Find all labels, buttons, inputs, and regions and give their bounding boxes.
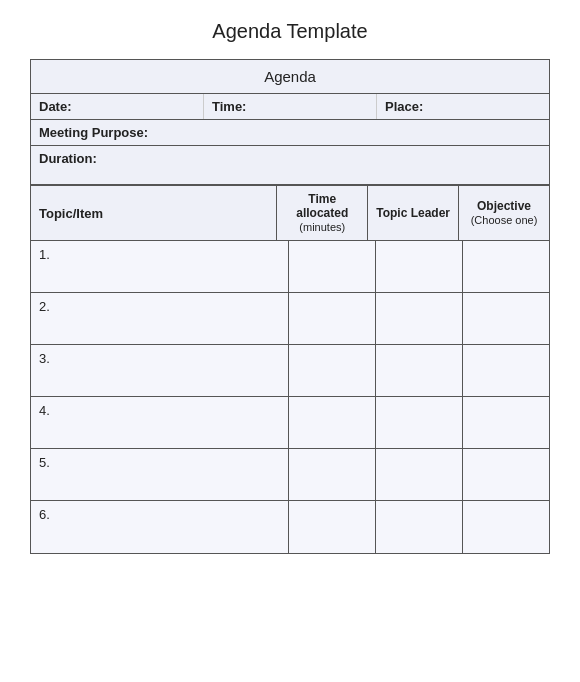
objective-cell-3	[463, 345, 549, 396]
time-cell-4	[289, 397, 376, 448]
leader-cell-5	[376, 449, 463, 500]
topic-cell-6: 6.	[31, 501, 289, 553]
leader-cell-6	[376, 501, 463, 553]
table-row: 6.	[31, 501, 549, 553]
time-cell-3	[289, 345, 376, 396]
grid-header-row: Topic/Item Time allocated (minutes) Topi…	[31, 186, 549, 241]
leader-cell-4	[376, 397, 463, 448]
purpose-label: Meeting Purpose:	[39, 125, 148, 140]
topic-cell-4: 4.	[31, 397, 289, 448]
time-cell-1	[289, 241, 376, 292]
col-header-objective: Objective (Choose one)	[459, 186, 549, 240]
duration-row: Duration:	[31, 146, 549, 186]
table-row: 1.	[31, 241, 549, 293]
page: Agenda Template Agenda Date: Time: Place…	[30, 20, 550, 554]
col-header-time: Time allocated (minutes)	[277, 186, 368, 240]
time-cell-6	[289, 501, 376, 553]
time-cell-5	[289, 449, 376, 500]
agenda-table: Agenda Date: Time: Place: Meeting Purpos…	[30, 59, 550, 554]
date-label: Date:	[39, 99, 72, 114]
objective-cell-1	[463, 241, 549, 292]
leader-cell-3	[376, 345, 463, 396]
place-label: Place:	[385, 99, 423, 114]
topic-cell-3: 3.	[31, 345, 289, 396]
col-header-topic: Topic/Item	[31, 186, 277, 240]
leader-cell-2	[376, 293, 463, 344]
date-cell: Date:	[31, 94, 204, 119]
table-row: 3.	[31, 345, 549, 397]
table-row: 2.	[31, 293, 549, 345]
table-row: 5.	[31, 449, 549, 501]
table-row: 4.	[31, 397, 549, 449]
leader-cell-1	[376, 241, 463, 292]
page-title: Agenda Template	[30, 20, 550, 43]
time-cell-2	[289, 293, 376, 344]
topic-cell-5: 5.	[31, 449, 289, 500]
objective-cell-4	[463, 397, 549, 448]
col-header-leader: Topic Leader	[368, 186, 459, 240]
objective-cell-2	[463, 293, 549, 344]
objective-cell-6	[463, 501, 549, 553]
topic-cell-1: 1.	[31, 241, 289, 292]
place-cell: Place:	[377, 94, 549, 119]
duration-label: Duration:	[39, 151, 97, 166]
objective-cell-5	[463, 449, 549, 500]
purpose-row: Meeting Purpose:	[31, 120, 549, 146]
topic-cell-2: 2.	[31, 293, 289, 344]
time-label: Time:	[212, 99, 246, 114]
agenda-header: Agenda	[31, 60, 549, 94]
info-row: Date: Time: Place:	[31, 94, 549, 120]
time-cell: Time:	[204, 94, 377, 119]
